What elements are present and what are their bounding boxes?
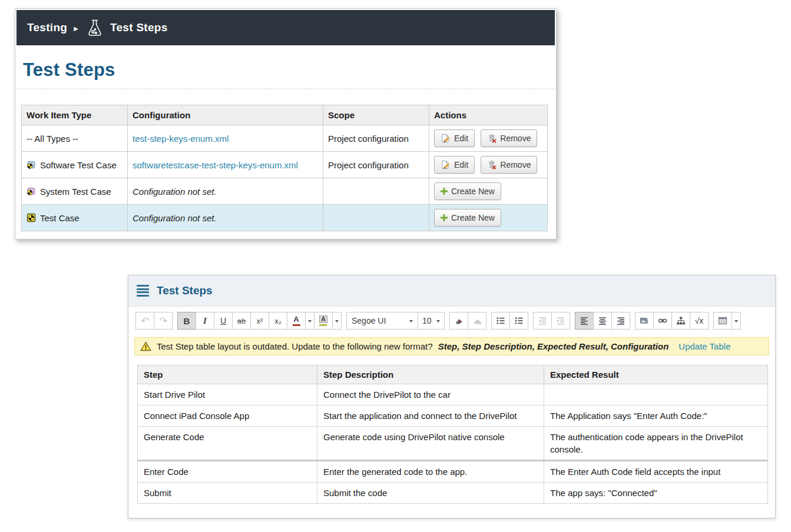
highlight-color-swatch [319,324,327,326]
trash-icon [487,160,497,169]
superscript-button[interactable]: x² [250,312,269,330]
strikethrough-button[interactable]: ab [232,312,251,330]
step-cell[interactable]: Submit [138,483,317,504]
chevron-down-icon [734,320,738,324]
eraser-disabled-icon [472,316,482,325]
insert-link-button[interactable] [653,312,672,330]
test-case-icon [27,213,36,222]
font-size-select[interactable]: 10 [418,312,445,330]
step-description-cell[interactable]: Enter the generated code to the app. [317,461,544,483]
create-new-button-label: Create New [451,213,495,222]
insert-table-button[interactable] [713,312,732,330]
title-divider [17,88,554,89]
expected-result-cell[interactable]: The Enter Auth Code field accepts the in… [544,461,768,483]
bold-button[interactable]: B [177,312,196,330]
align-right-icon [616,316,625,325]
chevron-down-icon [409,320,413,324]
list-menu-icon[interactable] [137,285,149,297]
create-new-button[interactable]: Create New [434,182,501,200]
editor-panel-header: Test Steps [128,275,775,307]
italic-button[interactable]: I [196,312,214,330]
work-item-type-label: System Test Case [40,187,111,197]
insert-image-button[interactable] [635,312,654,330]
align-center-button[interactable] [593,312,612,330]
image-attachment-icon [640,316,649,325]
expected-result-cell[interactable]: The app says: "Connected" [544,483,768,504]
step-cell[interactable]: Enter Code [138,461,317,483]
ordered-list-button[interactable] [491,312,510,330]
edit-button[interactable]: Edit [434,156,475,174]
highlight-color-button[interactable]: A [314,312,333,330]
col-header-step: Step [138,365,317,384]
underline-button[interactable]: U [214,312,233,330]
page-title: Test Steps [15,45,556,81]
indent-icon [556,316,565,325]
table-row: System Test Case Configuration not set. … [22,178,548,205]
expected-result-cell[interactable]: The authentication code appears in the D… [544,427,768,461]
table-row: Software Test Case softwaretestcase-test… [22,152,548,178]
col-header-scope: Scope [323,105,429,125]
clear-formatting-button[interactable] [449,312,468,330]
table-icon [718,316,727,325]
scope-cell [323,178,429,205]
test-steps-table: Step Step Description Expected Result St… [137,365,768,504]
bullet-list-button[interactable] [509,312,528,330]
table-row-highlighted: Test Case Configuration not set. Create … [22,205,548,231]
expected-result-cell[interactable]: The Application says "Enter Auth Code:" [544,405,768,427]
font-family-select[interactable]: Segoe UI [346,312,418,330]
expected-result-cell[interactable] [544,384,768,405]
step-description-cell[interactable]: Generate code using DrivePilot native co… [317,427,544,461]
bullet-list-icon [514,316,524,325]
breadcrumb-section[interactable]: Testing [27,21,67,34]
chevron-down-icon [436,320,440,324]
flask-icon [87,19,102,36]
highlight-color-dropdown[interactable] [332,312,342,330]
work-item-type-label: Software Test Case [40,160,117,170]
step-row: Submit Submit the code The app says: "Co… [138,483,768,504]
create-new-button-label: Create New [451,187,495,196]
step-cell[interactable]: Connect iPad Console App [138,405,317,427]
update-table-link[interactable]: Update Table [679,341,730,351]
system-test-case-icon [27,187,36,196]
font-color-dropdown[interactable] [305,312,315,330]
trash-icon [487,134,497,143]
create-new-button[interactable]: Create New [434,209,501,227]
insert-formula-button[interactable]: √x [690,312,709,330]
step-description-cell[interactable]: Start the application and connect to the… [317,405,544,427]
configuration-file-link[interactable]: softwaretestcase-test-step-keys-enum.xml [133,160,298,170]
remove-button-label: Remove [500,160,531,169]
font-color-button[interactable]: A [287,312,306,330]
edit-pencil-icon [441,160,451,169]
step-description-cell[interactable]: Submit the code [317,483,544,504]
layout-outdated-warning: Test Step table layout is outdated. Upda… [134,337,769,355]
table-dropdown[interactable] [732,312,741,330]
align-right-button[interactable] [611,312,630,330]
align-center-icon [598,316,607,325]
step-cell[interactable]: Start Drive Pilot [138,384,317,405]
configuration-not-set-label: Configuration not set. [133,187,217,197]
table-row: -- All Types -- test-step-keys-enum.xml … [22,125,548,152]
editor-panel-title: Test Steps [157,284,213,297]
sitemap-icon [676,316,686,325]
breadcrumb: Testing ▶ Test Steps [16,10,555,45]
steps-header-row: Step Step Description Expected Result [138,365,768,384]
subscript-button[interactable]: x₂ [269,312,287,330]
edit-button[interactable]: Edit [434,129,475,147]
insert-diagram-button[interactable] [671,312,690,330]
step-row: Generate Code Generate code using DriveP… [138,427,768,461]
breadcrumb-page: Test Steps [110,21,168,34]
warning-new-format: Step, Step Description, Expected Result,… [438,341,669,351]
chevron-down-icon [308,320,312,324]
step-cell[interactable]: Generate Code [138,427,317,461]
edit-pencil-icon [441,134,451,143]
configuration-file-link[interactable]: test-step-keys-enum.xml [133,134,229,144]
step-description-cell[interactable]: Connect the DrivePilot to the car [317,384,544,405]
remove-button[interactable]: Remove [481,156,537,174]
align-left-button[interactable] [575,312,594,330]
configuration-table: Work Item Type Configuration Scope Actio… [21,105,548,231]
undo-button: ↶ [135,312,154,330]
remove-button[interactable]: Remove [481,129,537,147]
step-row: Start Drive Pilot Connect the DrivePilot… [138,384,768,405]
outdent-button [533,312,552,330]
editor-toolbar: ↶ ↷ B I U ab x² x₂ A A Segoe UI 10 [128,307,775,334]
